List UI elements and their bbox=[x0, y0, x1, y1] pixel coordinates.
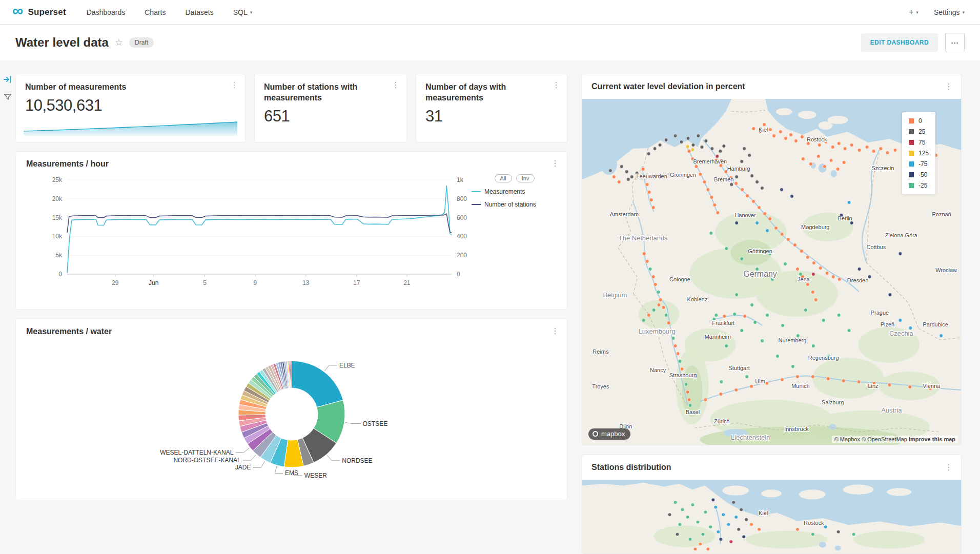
dashboard-body: Number of measurements ⋮ 10,530,631 Numb… bbox=[0, 60, 980, 554]
map-legend-item[interactable]: 0 bbox=[909, 117, 929, 125]
svg-text:JADE: JADE bbox=[235, 464, 251, 471]
svg-text:0: 0 bbox=[58, 271, 62, 278]
svg-text:Cottbus: Cottbus bbox=[867, 244, 886, 250]
settings-menu[interactable]: Settings ▾ bbox=[934, 8, 965, 16]
svg-text:Jena: Jena bbox=[798, 276, 810, 282]
kebab-menu-icon[interactable]: ⋮ bbox=[230, 81, 238, 89]
svg-text:Rostock: Rostock bbox=[804, 520, 824, 526]
nav-dashboards[interactable]: Dashboards bbox=[87, 8, 126, 16]
mapbox-logo-icon bbox=[593, 431, 598, 437]
svg-text:Kiel: Kiel bbox=[759, 510, 768, 516]
kebab-menu-icon[interactable]: ⋮ bbox=[552, 81, 560, 89]
chart-title: Stations distribution bbox=[591, 463, 671, 472]
map-canvas[interactable]: KielRostock bbox=[582, 480, 961, 553]
chevron-down-icon: ▾ bbox=[250, 10, 253, 15]
svg-text:9: 9 bbox=[253, 279, 257, 286]
chart-title: Measurements / hour bbox=[26, 159, 557, 169]
expand-filter-bar-icon[interactable] bbox=[3, 75, 12, 84]
superset-brand[interactable]: ∞ Superset bbox=[12, 5, 66, 20]
svg-text:5: 5 bbox=[203, 279, 207, 286]
legend-color-swatch bbox=[909, 183, 914, 188]
svg-text:Hamburg: Hamburg bbox=[727, 166, 750, 172]
svg-text:The Netherlands: The Netherlands bbox=[619, 234, 668, 242]
new-button[interactable]: + ▾ bbox=[909, 8, 918, 17]
kpi-title: Number of measurements bbox=[25, 82, 236, 93]
filter-funnel-icon[interactable] bbox=[3, 92, 12, 101]
legend-swatch bbox=[472, 204, 481, 205]
legend-value: -75 bbox=[918, 160, 927, 168]
status-badge: Draft bbox=[129, 37, 154, 48]
svg-text:Bremen: Bremen bbox=[714, 176, 733, 182]
svg-text:200: 200 bbox=[457, 252, 467, 259]
map-legend-item[interactable]: -25 bbox=[909, 182, 929, 189]
svg-text:Koblenz: Koblenz bbox=[687, 296, 708, 302]
svg-text:Leeuwarden: Leeuwarden bbox=[636, 173, 667, 179]
legend-item-stations[interactable]: Number of stations bbox=[472, 201, 558, 208]
map-canvas[interactable]: KielRostockSzczecinBremerhavenHamburgBre… bbox=[582, 99, 961, 445]
kpi-card-days: Number of days with measurements ⋮ 31 bbox=[416, 74, 567, 142]
legend-inv-button[interactable]: Inv bbox=[516, 174, 535, 182]
map-legend-item[interactable]: -75 bbox=[909, 160, 929, 168]
svg-text:17: 17 bbox=[353, 279, 360, 286]
legend-item-measurements[interactable]: Measurements bbox=[472, 188, 558, 195]
svg-text:NORDSEE: NORDSEE bbox=[342, 457, 372, 464]
svg-text:EMS: EMS bbox=[285, 469, 298, 477]
kebab-menu-icon[interactable]: ⋮ bbox=[945, 463, 953, 471]
kpi-value: 10,530,631 bbox=[25, 96, 236, 115]
svg-text:Frankfurt: Frankfurt bbox=[712, 320, 734, 326]
improve-map-link[interactable]: Improve this map bbox=[909, 436, 955, 442]
svg-text:Regensburg: Regensburg bbox=[808, 355, 839, 361]
kpi-value: 31 bbox=[425, 107, 558, 126]
kebab-menu-icon[interactable]: ⋮ bbox=[551, 159, 559, 168]
mapbox-logo[interactable]: mapbox bbox=[588, 428, 630, 440]
kebab-menu-icon[interactable]: ⋮ bbox=[945, 83, 953, 91]
map-legend-item[interactable]: -50 bbox=[909, 171, 929, 178]
kpi-sparkline bbox=[24, 121, 237, 136]
svg-text:13: 13 bbox=[302, 279, 310, 286]
legend-color-swatch bbox=[909, 172, 914, 177]
favorite-star-icon[interactable]: ☆ bbox=[115, 37, 123, 48]
kebab-menu-icon[interactable]: ⋮ bbox=[551, 327, 559, 335]
svg-text:Jun: Jun bbox=[149, 279, 158, 286]
svg-text:Cologne: Cologne bbox=[669, 276, 690, 282]
svg-text:Hanover: Hanover bbox=[734, 212, 756, 218]
measurements-per-water-card: Measurements / water ⋮ ELBEOSTSEENORDSEE… bbox=[15, 319, 567, 500]
main-nav: Dashboards Charts Datasets SQL ▾ bbox=[87, 8, 909, 16]
nav-right: + ▾ Settings ▾ bbox=[909, 8, 965, 17]
legend-value: 125 bbox=[918, 150, 929, 157]
nav-sql[interactable]: SQL ▾ bbox=[233, 8, 253, 16]
chart-title: Current water level deviation in percent bbox=[591, 82, 745, 91]
water-level-deviation-map-card: Current water level deviation in percent… bbox=[582, 74, 962, 445]
svg-text:WESEL-DATTELN-KANAL: WESEL-DATTELN-KANAL bbox=[160, 449, 233, 456]
nav-sql-label: SQL bbox=[233, 8, 248, 16]
chart-title: Measurements / water bbox=[26, 327, 557, 336]
svg-text:Salzburg: Salzburg bbox=[822, 399, 844, 405]
edit-dashboard-button[interactable]: EDIT DASHBOARD bbox=[861, 33, 938, 52]
svg-text:Reims: Reims bbox=[593, 348, 609, 355]
svg-text:Czechia: Czechia bbox=[889, 330, 914, 337]
legend-value: 0 bbox=[918, 117, 922, 125]
svg-text:Innsbruck: Innsbruck bbox=[784, 426, 809, 432]
legend-color-swatch bbox=[909, 161, 914, 167]
legend-value: -50 bbox=[918, 171, 927, 178]
svg-text:Belgium: Belgium bbox=[603, 291, 627, 299]
svg-text:Zielona Góra: Zielona Góra bbox=[885, 232, 918, 238]
svg-text:Linz: Linz bbox=[868, 383, 878, 389]
kebab-menu-icon[interactable]: ⋮ bbox=[392, 81, 400, 89]
map-legend-item[interactable]: 25 bbox=[909, 128, 929, 135]
legend-all-button[interactable]: All bbox=[495, 174, 512, 182]
kpi-card-stations: Number of stations with measurements ⋮ 6… bbox=[254, 74, 407, 142]
map-legend-item[interactable]: 125 bbox=[909, 150, 929, 157]
svg-text:Ulm: Ulm bbox=[755, 378, 765, 384]
svg-text:Poznań: Poznań bbox=[932, 211, 951, 217]
svg-text:800: 800 bbox=[457, 195, 467, 202]
nav-charts[interactable]: Charts bbox=[145, 8, 166, 16]
svg-text:Basel: Basel bbox=[686, 409, 700, 415]
svg-text:15k: 15k bbox=[52, 214, 63, 221]
nav-datasets[interactable]: Datasets bbox=[185, 8, 213, 16]
map-legend-item[interactable]: 75 bbox=[909, 139, 929, 146]
svg-text:Nancy: Nancy bbox=[650, 367, 666, 373]
more-options-button[interactable]: ··· bbox=[945, 33, 965, 52]
svg-text:Stuttgart: Stuttgart bbox=[728, 365, 749, 371]
svg-text:Prague: Prague bbox=[871, 310, 889, 316]
